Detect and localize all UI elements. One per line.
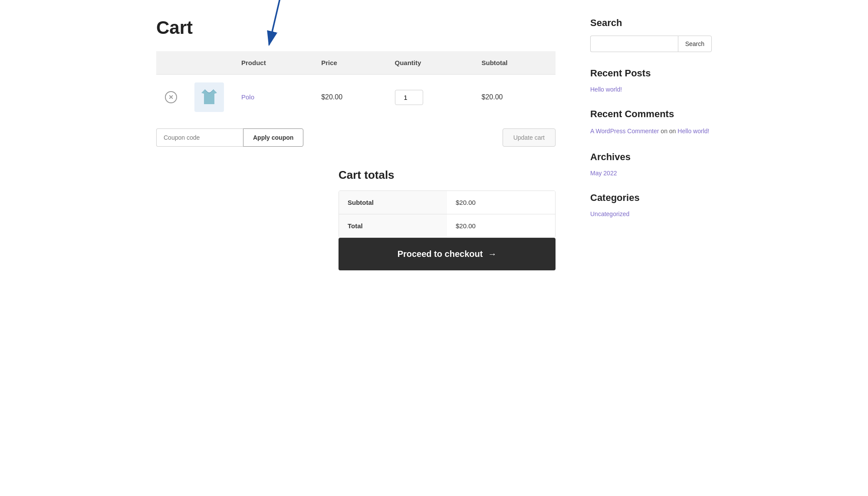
col-remove-header (156, 51, 186, 75)
comment-item: A WordPress Commenter on on Hello world! (590, 127, 712, 136)
subtotal-label: Subtotal (339, 191, 447, 214)
coupon-input[interactable] (156, 128, 243, 147)
col-quantity-header: Quantity (386, 51, 473, 75)
comment-post-link[interactable]: Hello world! (677, 128, 709, 135)
totals-table: Subtotal $20.00 Total $20.00 (339, 191, 556, 238)
subtotal-row: Subtotal $20.00 (339, 191, 555, 214)
product-link[interactable]: Polo (241, 93, 254, 101)
checkout-label: Proceed to checkout (398, 249, 483, 259)
subtotal-value: $20.00 (447, 191, 555, 214)
cart-table: Product Price Quantity Subtotal ✕ (156, 51, 556, 120)
update-cart-button[interactable]: Update cart (503, 128, 556, 147)
apply-coupon-button[interactable]: Apply coupon (243, 128, 303, 147)
cart-totals-title: Cart totals (339, 168, 556, 182)
col-product-header: Product (233, 51, 312, 75)
item-price: $20.00 (321, 93, 342, 101)
search-area: Search (590, 36, 712, 52)
col-image-header (186, 51, 233, 75)
quantity-input[interactable] (395, 90, 423, 105)
proceed-to-checkout-button[interactable]: Proceed to checkout → (339, 238, 556, 270)
total-label: Total (339, 214, 447, 237)
item-subtotal: $20.00 (482, 93, 503, 101)
archive-link[interactable]: May 2022 (590, 170, 712, 177)
search-input[interactable] (590, 36, 678, 52)
page-title: Cart (156, 17, 556, 38)
image-cell (186, 75, 233, 120)
polo-shirt-icon (199, 87, 220, 108)
remove-cell: ✕ (156, 75, 186, 120)
table-row: ✕ Polo (156, 75, 556, 120)
categories-title: Categories (590, 192, 712, 204)
sidebar-recent-posts-section: Recent Posts Hello world! (590, 68, 712, 93)
sidebar: Search Search Recent Posts Hello world! … (590, 17, 712, 270)
comment-preposition-text: on (669, 128, 677, 135)
recent-posts-title: Recent Posts (590, 68, 712, 79)
checkout-arrow-icon: → (488, 249, 496, 259)
product-image (194, 82, 224, 112)
archives-title: Archives (590, 151, 712, 163)
sidebar-search-section: Search Search (590, 17, 712, 52)
cart-totals-section: Cart totals Subtotal $20.00 Total $20.00… (339, 168, 556, 270)
product-name-cell: Polo (233, 75, 312, 120)
comment-preposition: on (661, 128, 667, 135)
coupon-area: Apply coupon (156, 128, 303, 147)
price-cell: $20.00 (312, 75, 386, 120)
sidebar-recent-comments-section: Recent Comments A WordPress Commenter on… (590, 108, 712, 136)
col-subtotal-header: Subtotal (473, 51, 556, 75)
comment-author-link[interactable]: A WordPress Commenter (590, 128, 659, 135)
remove-item-button[interactable]: ✕ (165, 91, 177, 103)
cart-actions: Apply coupon Update cart (156, 128, 556, 147)
recent-post-link[interactable]: Hello world! (590, 86, 712, 93)
quantity-cell (386, 75, 473, 120)
total-value: $20.00 (447, 214, 555, 237)
main-content: Cart Product Price Quantity (156, 17, 556, 270)
search-section-title: Search (590, 17, 712, 29)
search-button[interactable]: Search (678, 36, 712, 52)
sidebar-categories-section: Categories Uncategorized (590, 192, 712, 217)
category-link[interactable]: Uncategorized (590, 210, 712, 217)
total-row: Total $20.00 (339, 214, 555, 237)
subtotal-cell: $20.00 (473, 75, 556, 120)
recent-comments-title: Recent Comments (590, 108, 712, 120)
col-price-header: Price (312, 51, 386, 75)
sidebar-archives-section: Archives May 2022 (590, 151, 712, 177)
